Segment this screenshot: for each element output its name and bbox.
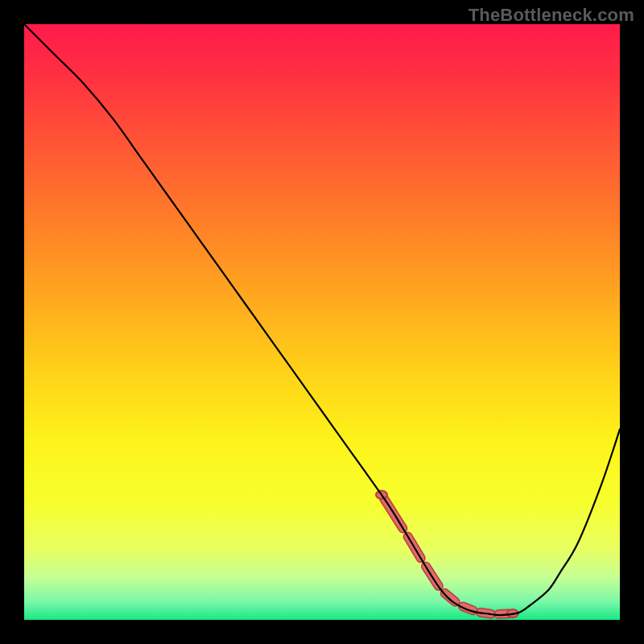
optimal-range-markers bbox=[376, 491, 518, 618]
plot-area bbox=[24, 24, 620, 620]
watermark-label: TheBottleneck.com bbox=[469, 5, 634, 26]
bottleneck-chart bbox=[24, 24, 620, 620]
bottleneck-curve bbox=[24, 24, 620, 615]
chart-frame: TheBottleneck.com bbox=[0, 0, 644, 644]
